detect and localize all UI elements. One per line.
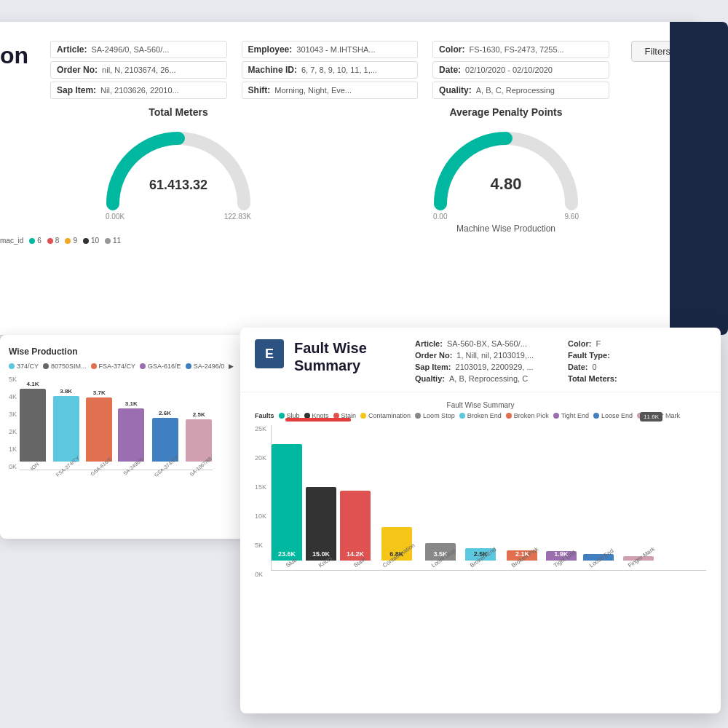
fault-legend-loom-stop: Loom Stop [415, 412, 455, 419]
fault-title: Fault WiseSummary [294, 339, 367, 374]
left-bar-fsa-val: 3.8K [60, 388, 72, 395]
fault-order-value: 1, Nill, nil, 2103019,... [456, 351, 534, 360]
svg-text:61.413.32: 61.413.32 [149, 178, 207, 192]
total-meters-svg: 61.413.32 [98, 124, 258, 211]
left-chart-inner: Wise Production 374/CY 80750SIM... FSA-3… [0, 335, 248, 476]
left-bars: 4.1K ION 3.8K FSA-374/CY 3.7K GSA-616/E … [20, 376, 213, 470]
total-meters-min: 0.00K [106, 213, 124, 221]
left-bar-sa2496: 3.1K SA-2496/0 [118, 400, 144, 470]
fault-date-field: Date: 0 [568, 363, 706, 371]
legend-80750sim: 80750SIM... [43, 363, 87, 370]
quality-field: Quality: A, B, C, Reprocessing [432, 82, 609, 99]
y-5k: 5K [255, 542, 266, 549]
left-bar-ion-label: ION [29, 462, 39, 471]
fault-total-meters-field: Total Meters: [568, 374, 706, 383]
page-title: on [0, 42, 28, 69]
fault-bar-contamination: 6.8K Contamination [374, 527, 419, 570]
sap-item-field: Sap Item: Nil, 2103626, 22010... [50, 82, 227, 99]
left-chart-content: 5K 4K 3K 2K 1K 0K 4.1K ION 3.8K FSA-374/… [9, 376, 239, 470]
legend-11-label: 11 [113, 237, 121, 245]
avg-penalty-gauge: Average Penalty Points 4.80 0.00 9.60 Ma… [404, 106, 608, 234]
fault-date-label: Date: [568, 363, 588, 371]
fault-color-value: F [596, 339, 601, 348]
avg-penalty-max: 9.60 [565, 213, 579, 221]
employee-field: Employee: 301043 - M.IHTSHA... [242, 41, 419, 58]
legend-11: 11 [105, 237, 121, 245]
fault-legend-contamination: Contamination [360, 412, 411, 419]
shift-value: Morning, Night, Eve... [274, 86, 352, 95]
legend-8: 8 [47, 237, 60, 245]
fault-bar-knots: 15.0K Knots [306, 487, 336, 570]
fault-legend-broken-pick: Broken Pick [506, 412, 549, 419]
left-bar-gsa616: 3.7K GSA-616/E [86, 389, 112, 470]
left-chart-card: Wise Production 374/CY 80750SIM... FSA-3… [0, 335, 248, 539]
fault-bar-slub: 23.6K Slub [272, 444, 302, 570]
gauges-section: Total Meters 61.413.32 0.00K 122.83K Ave… [0, 99, 699, 234]
fault-legend-broken-end: Broken End [459, 412, 502, 419]
employee-value: 301043 - M.IHTSHA... [296, 45, 375, 54]
total-meters-gauge: Total Meters 61.413.32 0.00K 122.83K [76, 106, 280, 234]
top-indicator: 11.6K [640, 412, 662, 422]
fault-legend-loose-end: Loose End [593, 412, 633, 419]
nav-arrow[interactable]: ▶ [229, 363, 234, 370]
avg-penalty-min: 0.00 [433, 213, 447, 221]
avg-penalty-svg: 4.80 [426, 124, 586, 211]
fault-chart-title: Fault Wise Summary [255, 401, 706, 409]
fault-article-field: Article: SA-560-BX, SA-560/... [415, 339, 553, 348]
fault-bar-stain: 14.2K Stain [340, 491, 371, 570]
fault-sap-label: Sap Item: [415, 363, 451, 371]
y-tick-1k: 1K [9, 446, 17, 453]
machine-wise-label: Machine Wise Production [456, 223, 555, 234]
legend-374cy: 374/CY [9, 363, 39, 370]
left-y-axis: 5K 4K 3K 2K 1K 0K [9, 376, 17, 470]
order-no-label: Order No: [57, 65, 98, 75]
y-tick-5k: 5K [9, 376, 17, 383]
color-label: Color: [439, 44, 464, 55]
legend-fsa374: FSA-374/CY [91, 363, 136, 370]
machine-id-label: Machine ID: [248, 65, 297, 75]
left-bar-gsa374cy: 2.6K GSA-374/CY [150, 410, 179, 470]
legend-8-label: 8 [55, 237, 60, 245]
left-bar-ion: 4.1K ION [20, 381, 46, 470]
main-legend-row: mac_id 6 8 9 10 11 [0, 234, 699, 250]
fault-bars-container: 23.6K Slub 15.0K Knots 14.2K [271, 425, 706, 571]
y-tick-2k: 2K [9, 428, 17, 435]
left-bar-sa2496-val: 3.1K [125, 400, 138, 407]
fault-icon: E [255, 339, 284, 368]
legend-row: mac_id 6 8 9 10 11 [0, 237, 684, 245]
legend-9-label: 9 [73, 237, 77, 245]
sap-item-label: Sap Item: [57, 85, 96, 95]
total-meters-title: Total Meters [149, 106, 207, 118]
fault-total-meters-label: Total Meters: [568, 374, 617, 383]
y-0k: 0K [255, 571, 266, 578]
total-meters-max: 122.83K [224, 213, 251, 221]
title-section: on [0, 35, 28, 69]
quality-label: Quality: [439, 85, 472, 95]
total-meters-labels: 0.00K 122.83K [106, 213, 251, 221]
color-value: FS-1630, FS-2473, 7255... [469, 45, 563, 54]
fault-wise-summary-card: E Fault WiseSummary Article: SA-560-BX, … [240, 328, 721, 713]
fault-bar-tight-end: 1.9K Tight End [545, 551, 577, 570]
legend-6: 6 [29, 237, 41, 245]
avg-penalty-title: Average Penalty Points [449, 106, 562, 118]
filter-fields: Article: SA-2496/0, SA-560/... Employee:… [50, 35, 609, 99]
left-bar-gsa374cy-val: 2.6K [159, 410, 171, 416]
fault-color-field: Color: F [568, 339, 706, 348]
fault-bar-loose-end: Loose End [581, 554, 616, 570]
y-15k: 15K [255, 483, 266, 491]
shift-label: Shift: [248, 85, 271, 95]
left-chart-title: Wise Production [9, 347, 239, 357]
fault-quality-label: Qualtiy: [415, 374, 445, 383]
fault-article-label: Article: [415, 339, 443, 348]
legend-10: 10 [83, 237, 99, 245]
order-no-value: nil, N, 2103674, 26... [102, 66, 176, 74]
y-tick-3k: 3K [9, 411, 17, 418]
date-field: Date: 02/10/2020 - 02/10/2020 [432, 61, 609, 79]
fault-y-axis: 25K 20K 15K 10K 5K 0K [255, 425, 266, 578]
y-25k: 25K [255, 425, 266, 432]
article-label: Article: [57, 44, 87, 55]
fault-quality-value: A, B, Reprocessing, C [449, 374, 528, 383]
fault-chart-with-axis: 25K 20K 15K 10K 5K 0K 11.6K 23.6K [255, 425, 706, 578]
machine-id-value: 6, 7, 8, 9, 10, 11, 1,... [301, 66, 377, 74]
main-dashboard-card: on Article: SA-2496/0, SA-560/... Employ… [0, 22, 699, 335]
